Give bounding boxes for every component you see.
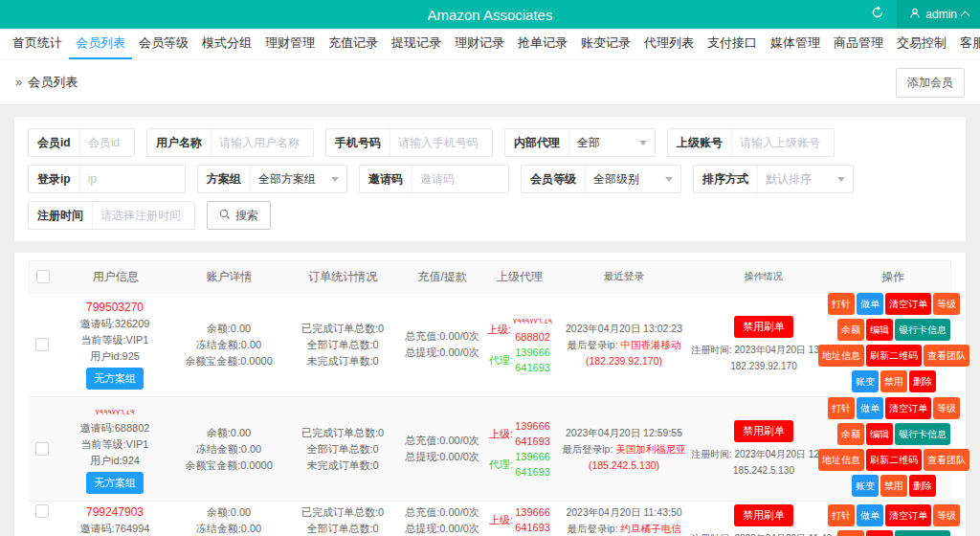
disable-button[interactable]: 禁用	[880, 370, 907, 392]
login-ip-input[interactable]	[80, 166, 185, 192]
action-button-row: 打针做单清空订单等级	[836, 504, 951, 526]
chevron-down-icon	[665, 177, 673, 182]
filter-row-3: 注册时间 搜索	[28, 201, 952, 230]
disable-brush-badge[interactable]: 禁用刷单	[734, 316, 793, 338]
view-team-button[interactable]: 查看团队	[924, 345, 969, 367]
table-body: 799503270邀请码:326209当前等级:VIP1用户id:925无方案组…	[29, 293, 951, 536]
balance-button[interactable]: 余额	[837, 530, 864, 536]
nav-tab-12[interactable]: 支付接口	[701, 29, 764, 59]
balance-change-button[interactable]: 账变	[852, 370, 879, 392]
nav-tab-4[interactable]: 模式分组	[195, 29, 258, 59]
nav-tab-15[interactable]: 交易控制	[890, 29, 953, 59]
edit-button[interactable]: 编辑	[866, 423, 893, 445]
nav-tab-8[interactable]: 理财记录	[448, 29, 511, 59]
internal-agent-select[interactable]: 全部	[569, 129, 655, 156]
action-button-row: 账变禁用删除	[836, 475, 951, 497]
make-order-button[interactable]: 做单	[857, 504, 883, 526]
user-detail: 当前等级:VIP1	[56, 332, 174, 348]
account-line: 余额:0.00	[174, 425, 283, 441]
view-team-button[interactable]: 查看团队	[924, 449, 969, 471]
agent-group: 代理:139666641693	[482, 449, 557, 480]
edit-button[interactable]: 编辑	[866, 530, 893, 536]
username: ٧٩٩٩٧٧٦.٤٩	[56, 404, 174, 420]
filter-internal-agent: 内部代理 全部	[504, 128, 656, 157]
row-checkbox[interactable]	[35, 504, 49, 518]
bank-card-info-button[interactable]: 银行卡信息	[895, 423, 950, 445]
nav-tab-16[interactable]: 客服列表	[953, 29, 980, 59]
member-level-select[interactable]: 全部级别	[586, 166, 680, 192]
refresh-qrcode-button[interactable]: 刷新二维码	[866, 449, 922, 471]
bank-card-info-button[interactable]: 银行卡信息	[895, 530, 950, 536]
nav-tab-13[interactable]: 媒体管理	[764, 29, 827, 59]
order-line: 全部订单总数:0	[283, 337, 402, 353]
select-all-cell	[30, 270, 56, 283]
select-all-checkbox[interactable]	[36, 270, 50, 283]
breadcrumb: »会员列表	[15, 74, 78, 91]
inject-button[interactable]: 打针	[828, 293, 855, 315]
chevron-down-icon	[837, 177, 845, 182]
clear-orders-button[interactable]: 清空订单	[885, 293, 931, 315]
clear-orders-button[interactable]: 清空订单	[885, 397, 931, 419]
status-badge-wrap: 禁用刷单	[691, 316, 836, 342]
level-button[interactable]: 等级	[933, 504, 960, 526]
balance-change-button[interactable]: 账变	[852, 475, 879, 497]
invite-code-input[interactable]	[412, 166, 508, 192]
member-id-input[interactable]	[80, 129, 134, 156]
nav-tab-14[interactable]: 商品管理	[827, 29, 890, 59]
disable-button[interactable]: 禁用	[880, 475, 907, 497]
delete-button[interactable]: 删除	[909, 475, 936, 497]
inject-button[interactable]: 打针	[828, 397, 855, 419]
filter-invite-code: 邀请码	[359, 165, 509, 193]
add-member-button[interactable]: 添加会员	[896, 68, 965, 98]
make-order-button[interactable]: 做单	[857, 397, 883, 419]
inject-button[interactable]: 打针	[828, 504, 855, 526]
user-detail: 邀请码:688802	[56, 420, 174, 436]
status-badge-wrap: 禁用刷单	[691, 504, 836, 530]
nav-tab-3[interactable]: 会员等级	[132, 29, 195, 59]
balance-button[interactable]: 余额	[837, 319, 864, 341]
nav-tab-2[interactable]: 会员列表	[69, 29, 132, 59]
nav-tab-10[interactable]: 账变记录	[574, 29, 637, 59]
level-button[interactable]: 等级	[933, 293, 960, 315]
disable-brush-badge[interactable]: 禁用刷单	[734, 420, 793, 442]
account-detail-cell: 余额:0.00冻结金额:0.00余额宝金额:0.0000	[174, 504, 283, 536]
edit-button[interactable]: 编辑	[866, 319, 893, 341]
make-order-button[interactable]: 做单	[857, 293, 883, 315]
disable-brush-badge[interactable]: 禁用刷单	[734, 504, 793, 526]
account-line: 冻结金额:0.00	[174, 521, 283, 536]
nav-tab-1[interactable]: 首页统计	[6, 29, 69, 59]
plan-group-badge: 无方案组	[86, 472, 144, 494]
nav-tab-11[interactable]: 代理列表	[637, 29, 701, 59]
superior-value: 139666	[515, 418, 550, 434]
balance-button[interactable]: 余额	[837, 423, 864, 445]
address-info-button[interactable]: 地址信息	[818, 449, 864, 471]
agent-values: 139666641693	[515, 345, 550, 375]
parent-account-input[interactable]	[732, 129, 834, 156]
nav-tab-5[interactable]: 理财管理	[258, 29, 322, 59]
phone-input[interactable]	[390, 129, 492, 156]
member-level-label: 会员等级	[522, 166, 586, 192]
username-input[interactable]	[212, 129, 313, 156]
address-info-button[interactable]: 地址信息	[818, 345, 864, 367]
action-button-row: 打针做单清空订单等级	[836, 397, 951, 419]
delete-button[interactable]: 删除	[909, 370, 936, 392]
sort-select[interactable]: 默认排序	[758, 166, 853, 192]
reg-time-input[interactable]	[93, 202, 194, 229]
nav-tab-6[interactable]: 充值记录	[322, 29, 385, 59]
clear-orders-button[interactable]: 清空订单	[885, 504, 931, 526]
plan-group-select[interactable]: 全部方案组	[251, 166, 346, 192]
bank-card-info-button[interactable]: 银行卡信息	[895, 319, 950, 341]
member-id-label: 会员id	[29, 129, 80, 156]
superior-values: 139666641693	[515, 418, 550, 449]
row-checkbox[interactable]	[35, 442, 49, 456]
filter-phone: 手机号码	[325, 128, 493, 157]
search-button[interactable]: 搜索	[207, 201, 271, 230]
level-button[interactable]: 等级	[933, 397, 960, 419]
row-checkbox[interactable]	[35, 338, 49, 351]
nav-tab-9[interactable]: 抢单记录	[511, 29, 574, 59]
agent-value: 641693	[515, 464, 550, 480]
refresh-qrcode-button[interactable]: 刷新二维码	[866, 345, 922, 367]
login-ip-location: 中国香港移动	[621, 339, 681, 350]
nav-tab-7[interactable]: 提现记录	[385, 29, 448, 59]
action-button-row: 地址信息刷新二维码查看团队	[836, 345, 951, 367]
